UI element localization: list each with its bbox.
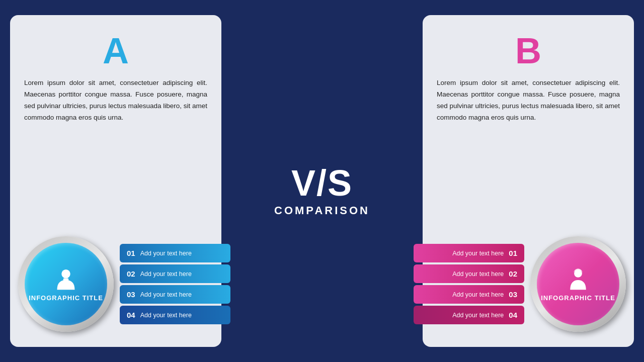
left-circle-title: INFOGRAPHIC TITLE — [29, 294, 103, 303]
left-list-item-3: 03 Add your text here — [120, 285, 230, 304]
left-circle: INFOGRAPHIC TITLE — [18, 236, 114, 332]
right-letter: B — [515, 30, 541, 71]
left-letter: A — [103, 30, 129, 71]
left-item-text-3: Add your text here — [140, 291, 223, 298]
left-item-num-3: 03 — [127, 290, 135, 299]
right-list-item-3: Add your text here 03 — [414, 285, 524, 304]
right-list-item-4: Add your text here 04 — [414, 306, 524, 324]
right-item-num-3: 03 — [509, 290, 517, 299]
left-description: Lorem ipsum dolor sit amet, consectetuer… — [24, 77, 207, 124]
right-item-num-4: 04 — [509, 311, 517, 319]
main-container: A Lorem ipsum dolor sit amet, consectetu… — [10, 10, 634, 352]
female-person-icon — [564, 266, 592, 294]
right-item-num-2: 02 — [509, 269, 517, 278]
left-list-item-2: 02 Add your text here — [120, 264, 230, 283]
svg-rect-1 — [63, 278, 69, 282]
male-person-icon — [52, 266, 80, 294]
right-item-num-1: 01 — [509, 249, 517, 257]
right-circle: INFOGRAPHIC TITLE — [530, 236, 626, 332]
left-list-item-1: 01 Add your text here — [120, 244, 230, 262]
left-card: A Lorem ipsum dolor sit amet, consectetu… — [10, 15, 221, 347]
center-area: V/S COMPARISON — [221, 145, 423, 217]
comparison-label: COMPARISON — [274, 204, 370, 217]
right-item-text-1: Add your text here — [452, 250, 504, 257]
vs-title: V/S — [291, 165, 353, 201]
left-list-item-4: 04 Add your text here — [120, 306, 230, 324]
left-item-text-2: Add your text here — [140, 270, 223, 278]
right-circle-title: INFOGRAPHIC TITLE — [541, 294, 615, 303]
left-item-text-4: Add your text here — [140, 312, 223, 319]
left-item-num-4: 04 — [127, 311, 135, 319]
left-item-num-1: 01 — [127, 249, 135, 257]
right-list-item-1: Add your text here 01 — [414, 244, 524, 262]
left-item-num-2: 02 — [127, 269, 135, 278]
right-list-item-2: Add your text here 02 — [414, 264, 524, 283]
right-list: Add your text here 01 Add your text here… — [414, 244, 524, 324]
right-item-text-3: Add your text here — [452, 291, 504, 298]
right-card: B Lorem ipsum dolor sit amet, consectetu… — [423, 15, 634, 347]
left-item-text-1: Add your text here — [140, 250, 223, 257]
right-item-text-4: Add your text here — [452, 312, 504, 319]
right-item-text-2: Add your text here — [452, 270, 504, 278]
left-list: 01 Add your text here 02 Add your text h… — [120, 244, 230, 324]
svg-point-0 — [61, 269, 70, 279]
right-description: Lorem ipsum dolor sit amet, consectetuer… — [437, 77, 620, 124]
